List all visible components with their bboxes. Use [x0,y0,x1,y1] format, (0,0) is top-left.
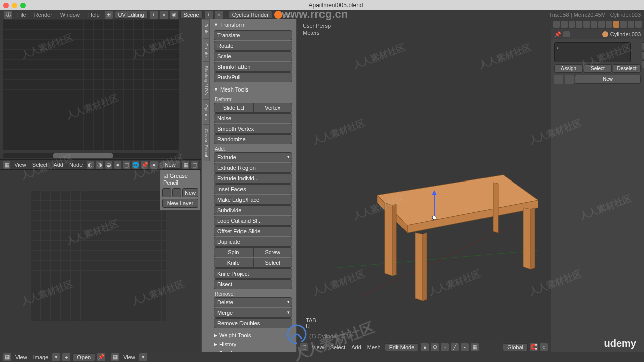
uv-grid[interactable] [3,19,179,150]
mesh-tools-panel-header[interactable]: ▼Mesh Tools [211,85,295,94]
tab-shading-uvs[interactable]: Shading / UVs [203,61,210,100]
scene-remove-icon[interactable]: × [215,11,223,19]
knife-project-button[interactable]: Knife Project [214,268,292,279]
modifiers-tab-icon[interactable] [598,21,605,28]
material-ball-icon[interactable]: ● [150,161,157,169]
noise-button[interactable]: Noise [214,113,292,123]
delete-button[interactable]: Delete▾ [214,297,292,307]
particles-tab-icon[interactable] [628,21,634,28]
node-icon[interactable] [565,75,574,84]
backdrop-icon[interactable]: ▢ [191,161,198,169]
scene-dropdown[interactable]: Scene [180,11,203,19]
menu-window[interactable]: Window [56,12,84,18]
menu-help[interactable]: Help [84,12,104,18]
shader-icon[interactable]: ● [114,161,121,169]
gp-new-button[interactable]: New [182,188,198,197]
node-type-a-icon[interactable]: ◐ [87,161,94,169]
node-type-b-icon[interactable]: ◑ [96,161,103,169]
menu-node[interactable]: Node [66,161,86,168]
screen-layout-dropdown[interactable]: UV Editing [115,11,148,19]
material-remove-button[interactable]: − [642,51,644,59]
image-new-icon[interactable]: + [62,353,70,361]
layout-add-icon[interactable]: + [150,11,158,19]
knife-select-button[interactable]: Select [254,258,292,267]
pivot-icon[interactable]: ⊙ [431,343,439,351]
smooth-vertex-button[interactable]: Smooth Vertex [214,124,292,134]
world-tab-icon[interactable] [576,21,582,28]
breadcrumb-object[interactable]: Cylinder.003 [610,31,641,37]
transform-manipulator[interactable] [427,190,442,220]
display-mode-icon[interactable]: ▾ [139,353,147,361]
tab-create[interactable]: Create [203,39,210,61]
material-browse-icon[interactable] [554,75,564,84]
transform-panel-header[interactable]: ▼Transform [211,20,295,29]
vertex-select-icon[interactable]: ▫ [441,343,449,351]
vp-menu-add[interactable]: Add [348,344,364,351]
img-menu-view2[interactable]: View [120,354,138,361]
extrude-individual-button[interactable]: Extrude Individ... [214,173,292,184]
scale-button[interactable]: Scale [214,51,292,61]
new-material-button[interactable]: New [160,161,180,169]
duplicate-button[interactable]: Duplicate [214,237,292,247]
pin-icon[interactable]: 📌 [141,161,148,169]
offset-edge-slide-button[interactable]: Offset Edge Slide [214,226,292,236]
menu-select[interactable]: Select [29,161,51,168]
randomize-button[interactable]: Randomize [214,134,292,144]
3d-viewport[interactable]: User Persp Meters [297,19,551,352]
data-tab-icon[interactable] [606,21,612,28]
shading-mode-icon[interactable]: ● [421,343,429,351]
inset-faces-button[interactable]: Inset Faces [214,184,292,194]
display-channel-icon[interactable]: ▦ [111,353,119,361]
edge-select-icon[interactable]: ╱ [451,343,459,351]
bisect-button[interactable]: Bisect [214,279,292,289]
editor-type-icon[interactable]: ⓘ [4,11,12,19]
material-specials-button[interactable]: ▾ [642,60,644,68]
material-new-button[interactable]: New [575,75,641,84]
layout-icon[interactable]: ⊞ [105,11,113,19]
extrude-region-button[interactable]: Extrude Region [214,163,292,173]
node-editor[interactable]: ☑ Grease Pencil New New Layer [0,170,201,352]
node-type-c-icon[interactable]: ◒ [105,161,112,169]
menu-view[interactable]: View [11,161,29,168]
uv-image-editor[interactable] [0,19,201,160]
panel-checkbox[interactable]: ☑ [163,173,168,179]
editor-type-icon[interactable]: ▦ [3,161,10,169]
material-deselect-button[interactable]: Deselect [613,64,641,73]
menu-file[interactable]: File [13,12,30,18]
material-list[interactable]: ▪ [554,42,631,62]
render-layers-tab-icon[interactable] [561,21,568,28]
shrink-fatten-button[interactable]: Shrink/Fatten [214,62,292,72]
object-icon[interactable]: ▢ [123,161,130,169]
vertex-button[interactable]: Vertex [254,103,292,112]
editor-type-3dview-icon[interactable]: ⬚ [300,343,308,351]
gp-draw-icon[interactable] [162,188,171,197]
push-pull-button[interactable]: Push/Pull [214,72,292,82]
material-assign-button[interactable]: Assign [554,64,583,73]
maximize-window-button[interactable] [20,3,26,8]
loop-cut-button[interactable]: Loop Cut and Sl... [214,216,292,226]
physics-tab-icon[interactable] [635,21,642,28]
tab-tools[interactable]: Tools [203,19,210,39]
knife-button[interactable]: Knife [214,258,254,267]
make-edge-face-button[interactable]: Make Edge/Face [214,195,292,205]
image-open-button[interactable]: Open [72,353,95,361]
prop-edit-icon[interactable]: ○ [540,343,548,351]
merge-button[interactable]: Merge▾ [214,308,292,318]
vp-menu-view[interactable]: View [309,344,327,351]
subdivide-button[interactable]: Subdivide [214,205,292,215]
uv-scrollbar-horizontal[interactable] [3,153,179,158]
texture-tab-icon[interactable] [620,21,627,28]
img-menu-view[interactable]: View [12,354,30,361]
minimize-window-button[interactable] [12,3,17,8]
vp-menu-mesh[interactable]: Mesh [364,344,384,351]
img-menu-image[interactable]: Image [30,354,52,361]
object-tab-icon[interactable] [583,21,590,28]
slide-edge-button[interactable]: Slide Ed [214,103,254,112]
node-editor-grid[interactable] [30,190,166,321]
pin-icon[interactable]: 📌 [554,31,561,38]
use-nodes-icon[interactable]: ▦ [182,161,189,169]
layout-remove-icon[interactable]: × [160,11,168,19]
world-icon[interactable]: 🌐 [132,161,139,169]
constraints-tab-icon[interactable] [591,21,597,28]
spin-button[interactable]: Spin [214,248,254,257]
